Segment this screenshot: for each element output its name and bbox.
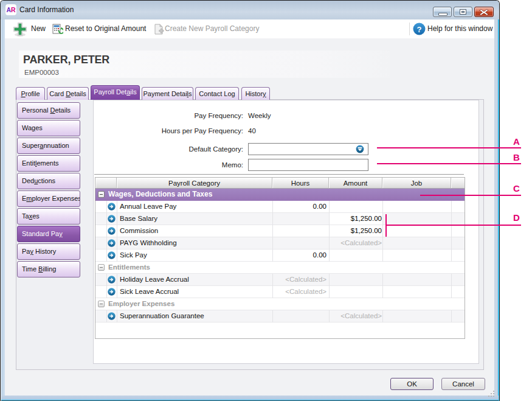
svg-text:?: ? xyxy=(417,25,422,34)
